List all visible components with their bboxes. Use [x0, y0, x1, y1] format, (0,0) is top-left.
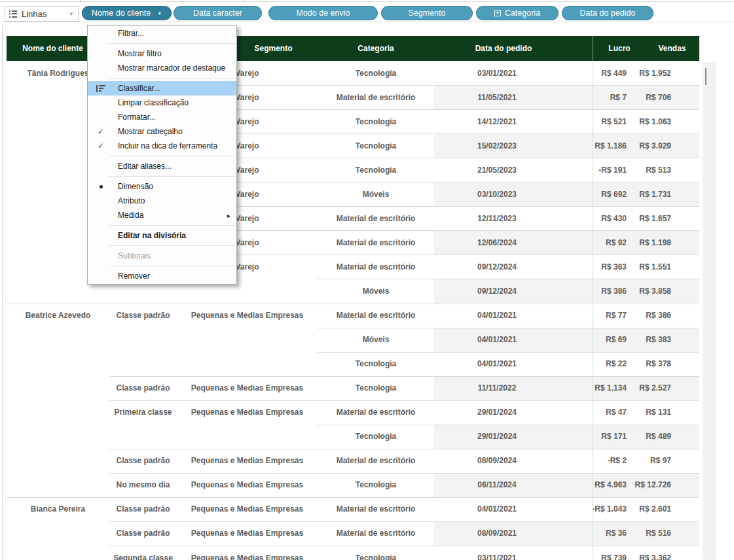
cell-sales[interactable]: R$ 131: [645, 400, 699, 425]
cell-customer-name[interactable]: Beatrice Azevedo: [7, 304, 109, 328]
cell-category[interactable]: Material de escritório: [318, 304, 434, 328]
cell-profit[interactable]: R$ 1.134: [594, 376, 645, 400]
menu-item-atributo[interactable]: Atributo: [88, 194, 236, 208]
cell-sales[interactable]: R$ 386: [645, 304, 699, 328]
cell-category[interactable]: Tecnologia: [318, 109, 434, 133]
cell-customer-name[interactable]: [7, 376, 109, 400]
cell-order-date[interactable]: 08/09/2024: [434, 449, 593, 473]
cell-profit[interactable]: R$ 36: [594, 521, 645, 546]
pill-segmento[interactable]: Segmento: [381, 6, 473, 20]
cell-profit[interactable]: R$ 69: [594, 328, 645, 352]
cell-category[interactable]: Material de escritório: [318, 206, 434, 230]
cell-sales[interactable]: R$ 97: [645, 449, 699, 473]
column-header-data-do-pedido[interactable]: Data do pedido: [434, 36, 593, 61]
cell-segment[interactable]: Pequenas e Medias Empresas: [177, 473, 318, 497]
cell-category[interactable]: Tecnologia: [318, 425, 434, 449]
cell-profit[interactable]: R$ 7: [594, 85, 645, 109]
pill-data-do-pedido[interactable]: Data do pedido: [562, 6, 653, 20]
chevron-down-icon[interactable]: ▼: [69, 11, 74, 17]
cell-profit[interactable]: R$ 77: [594, 304, 645, 328]
menu-item-limpar-classificação[interactable]: Limpar classificação: [88, 96, 236, 110]
cell-sales[interactable]: R$ 383: [645, 328, 699, 352]
cell-order-date[interactable]: 12/06/2024: [434, 230, 593, 254]
cell-category[interactable]: Material de escritório: [318, 400, 434, 425]
cell-order-date[interactable]: 14/12/2021: [434, 109, 593, 133]
cell-segment[interactable]: Pequenas e Medias Empresas: [177, 449, 318, 473]
cell-segment[interactable]: Pequenas e Medias Empresas: [177, 546, 318, 560]
cell-category[interactable]: Material de escritório: [318, 85, 434, 109]
pill-dropdown-icon[interactable]: ▼: [157, 11, 162, 16]
cell-ship-mode[interactable]: [109, 352, 177, 376]
cell-ship-mode[interactable]: Classe padrão: [109, 304, 177, 328]
pill-modo-de-envio[interactable]: Modo de envio: [268, 6, 378, 20]
cell-sales[interactable]: R$ 12.726: [645, 473, 699, 497]
menu-item-dimensão[interactable]: Dimensão: [88, 179, 236, 194]
menu-item-remover[interactable]: Remover: [88, 269, 236, 283]
cell-customer-name[interactable]: [7, 328, 109, 352]
pill-nome-do-cliente[interactable]: Nome do cliente▼: [82, 6, 172, 20]
cell-segment[interactable]: [177, 352, 318, 376]
cell-profit[interactable]: R$ 739: [594, 546, 645, 560]
menu-item-mostrar-filtro[interactable]: Mostrar filtro: [88, 46, 236, 61]
cell-segment[interactable]: Pequenas e Medias Empresas: [177, 497, 318, 521]
cell-order-date[interactable]: 03/01/2021: [434, 61, 593, 85]
column-header-lucro[interactable]: Lucro: [594, 36, 645, 61]
cell-customer-name[interactable]: [7, 546, 109, 560]
cell-ship-mode[interactable]: Classe padrão: [109, 376, 177, 400]
cell-segment[interactable]: [177, 328, 318, 352]
cell-order-date[interactable]: 09/12/2024: [434, 254, 593, 279]
cell-category[interactable]: Material de escritório: [318, 521, 434, 546]
pill-data-caracter[interactable]: Data caracter: [174, 6, 262, 20]
menu-item-mostrar-marcador-de-destaque[interactable]: Mostrar marcador de destaque: [88, 61, 236, 75]
menu-item-classificar[interactable]: Classificar...: [88, 81, 236, 96]
cell-order-date[interactable]: 29/01/2024: [434, 400, 593, 425]
cell-ship-mode[interactable]: [109, 425, 177, 449]
cell-order-date[interactable]: 11/05/2021: [434, 85, 593, 109]
cell-customer-name[interactable]: [7, 449, 109, 473]
column-header-categoria[interactable]: Categoria: [318, 36, 434, 61]
cell-category[interactable]: Material de escritório: [318, 497, 434, 521]
cell-sales[interactable]: R$ 3.362: [645, 546, 699, 560]
cell-profit[interactable]: R$ 449: [594, 61, 645, 85]
menu-item-incluir-na-dica-de-ferramenta[interactable]: ✓Incluir na dica de ferramenta: [88, 139, 236, 153]
cell-customer-name[interactable]: [7, 473, 109, 497]
cell-ship-mode[interactable]: [109, 328, 177, 352]
cell-profit[interactable]: R$ 692: [594, 182, 645, 206]
cell-profit[interactable]: R$ 521: [594, 109, 645, 133]
cell-order-date[interactable]: 03/11/2021: [434, 546, 593, 560]
cell-profit[interactable]: -R$ 191: [594, 158, 645, 182]
cell-order-date[interactable]: 15/02/2023: [434, 133, 593, 158]
cell-category[interactable]: Material de escritório: [318, 449, 434, 473]
cell-category[interactable]: Móveis: [318, 279, 434, 303]
cell-sales[interactable]: R$ 513: [645, 158, 699, 182]
column-header-vendas[interactable]: Vendas: [645, 36, 699, 61]
menu-item-medida[interactable]: Medida▸: [88, 208, 236, 222]
cell-category[interactable]: Tecnologia: [318, 546, 434, 560]
cell-ship-mode[interactable]: Classe padrão: [109, 521, 177, 546]
pill-categoria[interactable]: +Categoria: [476, 6, 559, 20]
cell-customer-name[interactable]: [7, 352, 109, 376]
cell-segment[interactable]: Pequenas e Medias Empresas: [177, 376, 318, 400]
cell-customer-name[interactable]: [7, 521, 109, 546]
cell-profit[interactable]: R$ 386: [594, 279, 645, 303]
cell-sales[interactable]: R$ 1.731: [645, 182, 699, 206]
cell-sales[interactable]: R$ 378: [645, 352, 699, 376]
cell-order-date[interactable]: 04/01/2021: [434, 497, 593, 521]
cell-order-date[interactable]: 03/10/2023: [434, 182, 593, 206]
cell-category[interactable]: Móveis: [318, 328, 434, 352]
menu-item-editar-na-divisória[interactable]: Editar na divisória: [88, 228, 236, 243]
cell-order-date[interactable]: 06/11/2024: [434, 473, 593, 497]
cell-order-date[interactable]: 11/11/2022: [434, 376, 593, 400]
cell-profit[interactable]: R$ 92: [594, 230, 645, 254]
cell-order-date[interactable]: 09/12/2024: [434, 279, 593, 303]
expand-plus-icon[interactable]: +: [494, 10, 501, 16]
vertical-scrollbar-thumb[interactable]: [705, 68, 706, 85]
cell-sales[interactable]: R$ 3.858: [645, 279, 699, 303]
cell-ship-mode[interactable]: Segunda classe: [109, 546, 177, 560]
cell-sales[interactable]: R$ 3.929: [645, 133, 699, 158]
cell-category[interactable]: Material de escritório: [318, 254, 434, 279]
cell-profit[interactable]: R$ 363: [594, 254, 645, 279]
menu-item-mostrar-cabeçalho[interactable]: ✓Mostrar cabeçalho: [88, 124, 236, 139]
cell-category[interactable]: Material de escritório: [318, 230, 434, 254]
cell-ship-mode[interactable]: No mesmo dia: [109, 473, 177, 497]
